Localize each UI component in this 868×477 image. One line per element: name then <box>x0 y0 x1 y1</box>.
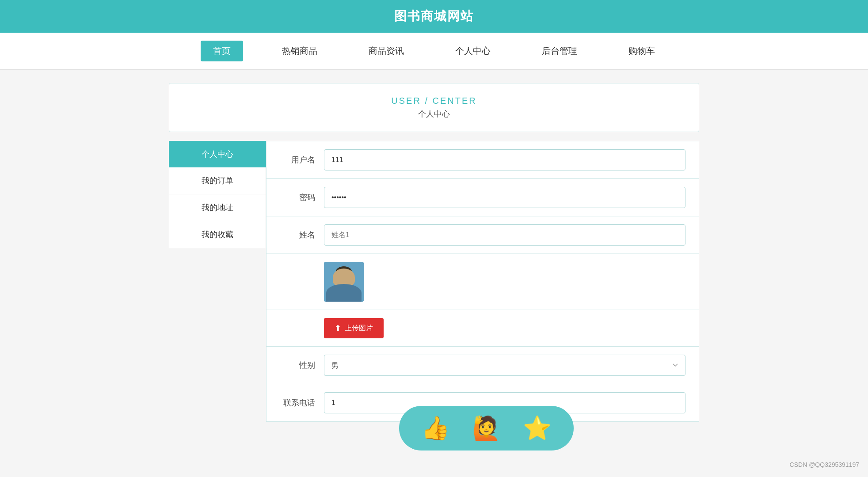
sidebar-item-my-address[interactable]: 我的地址 <box>169 194 266 221</box>
upload-icon: ⬆ <box>335 323 341 333</box>
nav-item-cart[interactable]: 购物车 <box>616 41 667 61</box>
thumbs-up-icon: 👍 <box>421 415 450 442</box>
name-row: 姓名 <box>266 216 699 254</box>
password-input[interactable] <box>324 187 685 208</box>
avatar-image <box>324 262 364 302</box>
nav-item-news[interactable]: 商品资讯 <box>356 41 416 61</box>
watermark: CSDN @QQ3295391197 <box>790 461 859 468</box>
password-label: 密码 <box>280 192 315 203</box>
nav-item-home[interactable]: 首页 <box>201 41 243 61</box>
form-area: 用户名 密码 姓名 <box>266 141 699 422</box>
upload-button[interactable]: ⬆ 上传图片 <box>324 318 384 338</box>
avatar <box>324 262 364 302</box>
upload-button-label: 上传图片 <box>345 324 373 333</box>
sidebar-item-personal-center[interactable]: 个人中心 <box>169 141 266 167</box>
person-icon: 🙋 <box>472 415 501 442</box>
gender-label: 性别 <box>280 360 315 371</box>
sidebar-item-my-orders[interactable]: 我的订单 <box>169 167 266 194</box>
main-container: 个人中心 我的订单 我的地址 我的收藏 用户名 密码 姓名 <box>169 141 699 422</box>
phone-label: 联系电话 <box>280 398 315 408</box>
main-nav: 首页 热销商品 商品资讯 个人中心 后台管理 购物车 <box>0 33 868 70</box>
site-title: 图书商城网站 <box>394 9 474 23</box>
svg-point-2 <box>336 267 352 285</box>
svg-point-3 <box>338 269 350 283</box>
username-row: 用户名 <box>266 141 699 179</box>
breadcrumb: USER / CENTER 个人中心 <box>169 83 699 132</box>
breadcrumb-en: USER / CENTER <box>169 96 699 106</box>
username-label: 用户名 <box>280 155 315 165</box>
username-input[interactable] <box>324 149 685 170</box>
svg-point-4 <box>336 266 352 277</box>
sidebar-item-my-favorites[interactable]: 我的收藏 <box>169 221 266 248</box>
password-row: 密码 <box>266 179 699 216</box>
nav-item-admin[interactable]: 后台管理 <box>529 41 590 61</box>
gender-select[interactable]: 男 女 <box>324 355 685 376</box>
star-icon: ⭐ <box>523 415 552 442</box>
avatar-row <box>266 254 699 310</box>
sidebar: 个人中心 我的订单 我的地址 我的收藏 <box>169 141 266 422</box>
upload-row: ⬆ 上传图片 <box>266 310 699 347</box>
page-header: 图书商城网站 <box>0 0 868 33</box>
gender-row: 性别 男 女 <box>266 347 699 384</box>
tooltip-popup: 👍 🙋 ⭐ <box>399 406 574 450</box>
nav-item-profile[interactable]: 个人中心 <box>443 41 503 61</box>
nav-item-hot[interactable]: 热销商品 <box>270 41 330 61</box>
breadcrumb-zh: 个人中心 <box>169 109 699 119</box>
name-input[interactable] <box>324 224 685 246</box>
name-label: 姓名 <box>280 230 315 240</box>
